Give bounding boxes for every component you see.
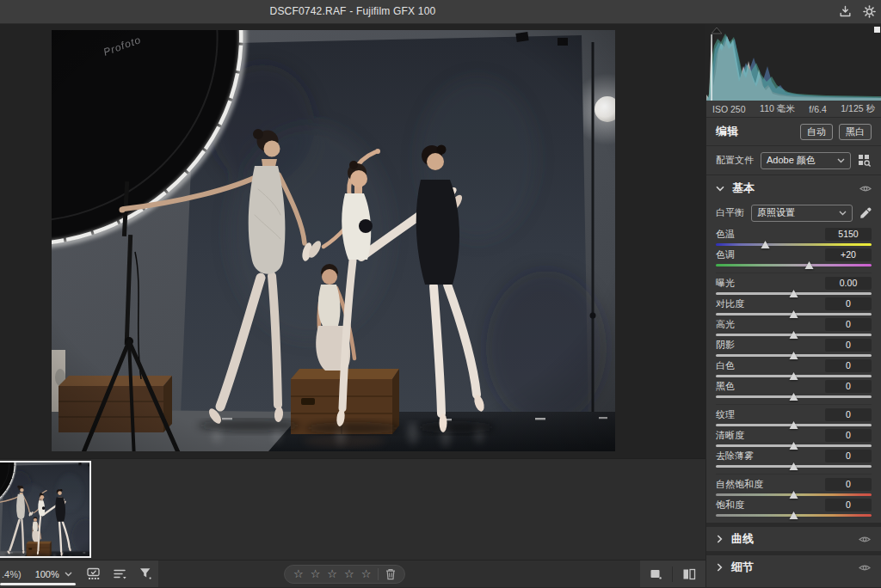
shadow-clipping-indicator[interactable] [711,27,723,34]
slider-thumb[interactable] [789,511,798,519]
slider-row: 色温5150 [716,227,872,248]
sort-order-icon[interactable] [114,568,126,580]
trash-icon[interactable] [385,568,396,580]
basic-section-header[interactable]: 基本 [716,175,872,201]
slider-track[interactable] [716,424,872,426]
chevron-right-icon [717,563,723,572]
auto-button[interactable]: 自动 [800,124,833,140]
slider-track[interactable] [716,264,872,266]
slider-track[interactable] [716,313,872,315]
profile-browser-icon[interactable] [858,154,872,168]
filmstrip-thumbnail-selected[interactable] [0,461,91,558]
exif-focal-length: 110 毫米 [760,103,795,115]
exif-bar: ISO 250 110 毫米 f/6.4 1/125 秒 [706,101,881,118]
slider-track[interactable] [716,354,872,357]
slider-value-input[interactable]: 0 [825,318,872,331]
slider-label: 对比度 [716,297,744,310]
single-view-icon[interactable] [650,568,662,580]
histogram[interactable] [706,24,881,101]
profile-row: 配置文件 Adobe 颜色 [706,146,881,175]
slider-value-input[interactable]: +20 [825,248,872,261]
chevron-right-icon [717,535,723,543]
star-1[interactable]: ☆ [293,566,304,583]
slider-value-input[interactable]: 0 [825,478,872,491]
before-after-view-icon[interactable] [682,568,696,580]
section-detail[interactable]: 细节 [706,551,881,579]
eye-icon[interactable] [859,563,871,573]
slider-row: 饱和度0 [716,498,872,518]
toolbar-divider [672,567,673,582]
section-curves[interactable]: 曲线 [706,523,881,551]
white-balance-row: 白平衡 原照设置 [716,201,872,224]
slider-track[interactable] [716,514,872,517]
profile-label: 配置文件 [716,154,754,167]
filter-funnel-icon[interactable] [139,567,152,580]
eye-icon[interactable] [859,184,872,193]
exif-shutter: 1/125 秒 [841,103,875,115]
edit-title: 编辑 [716,124,738,139]
slider-thumb[interactable] [789,393,798,401]
slider-value-input[interactable]: 0 [825,499,872,511]
window-title: DSCF0742.RAF - Fujifilm GFX 100 [0,0,705,23]
zoom-fit-fragment[interactable]: .4%) [2,569,22,579]
star-4[interactable]: ☆ [344,566,354,583]
slider-value-input[interactable]: 0 [825,429,872,442]
slider-label: 白色 [716,359,735,372]
slider-label: 纹理 [716,408,735,421]
slider-thumb[interactable] [804,261,813,269]
eye-icon[interactable] [859,535,871,544]
basic-title: 基本 [732,181,755,196]
slider-label: 高光 [716,318,735,331]
detail-title: 细节 [731,560,754,575]
slider-track[interactable] [716,395,872,398]
slider-label: 自然饱和度 [716,478,763,491]
slider-thumb[interactable] [789,462,798,470]
slider-label: 饱和度 [716,499,744,511]
star-5[interactable]: ☆ [361,566,372,583]
highlight-clipping-indicator[interactable] [874,27,880,33]
star-rating[interactable]: ☆☆☆☆☆ [284,565,405,584]
exif-iso: ISO 250 [712,104,746,114]
slider-row: 高光0 [716,317,872,338]
basic-section: 基本 白平衡 原照设置 色温5150色调+20 曝光0.00对比度0高光0阴影0… [706,175,881,523]
slider-row: 对比度0 [716,297,872,317]
star-3[interactable]: ☆ [327,566,337,583]
slider-track[interactable] [716,444,872,447]
slider-value-input[interactable]: 0 [825,380,872,393]
exif-aperture: f/6.4 [809,104,826,114]
slider-value-input[interactable]: 5150 [825,228,872,241]
slider-label: 清晰度 [716,429,744,442]
slider-track[interactable] [716,334,872,336]
select-thumbnails-icon[interactable] [87,567,101,580]
slider-track[interactable] [716,375,872,377]
title-bar: DSCF0742.RAF - Fujifilm GFX 100 [0,0,881,24]
chevron-down-icon [837,158,845,163]
export-icon[interactable] [839,5,852,18]
slider-value-input[interactable]: 0 [825,339,872,352]
settings-gear-icon[interactable] [863,5,876,18]
slider-track[interactable] [716,493,872,496]
slider-value-input[interactable]: 0 [825,450,872,462]
wb-dropdown[interactable]: 原照设置 [751,205,853,222]
slider-row: 自然饱和度0 [716,477,872,498]
bottom-toolbar: .4%) 100% ☆☆☆☆☆ [0,560,705,587]
slider-track[interactable] [716,292,872,295]
slider-value-input[interactable]: 0 [825,359,872,372]
slider-value-input[interactable]: 0.00 [825,277,872,290]
image-canvas[interactable] [0,24,705,458]
eyedropper-icon[interactable] [859,207,872,219]
filmstrip-scrollbar[interactable] [0,583,76,585]
zoom-level-dropdown[interactable]: 100% [35,569,72,579]
slider-track[interactable] [716,465,872,468]
slider-value-input[interactable]: 0 [825,408,872,421]
pill-divider [378,568,379,580]
slider-track[interactable] [716,243,872,246]
profile-dropdown[interactable]: Adobe 颜色 [761,152,851,169]
wb-sliders: 色温5150色调+20 [716,224,872,273]
slider-value-input[interactable]: 0 [825,297,872,310]
chevron-down-icon [65,572,72,577]
star-2[interactable]: ☆ [311,566,321,583]
slider-label: 阴影 [716,339,735,352]
main-photo[interactable] [52,30,615,451]
bw-button[interactable]: 黑白 [839,124,872,140]
